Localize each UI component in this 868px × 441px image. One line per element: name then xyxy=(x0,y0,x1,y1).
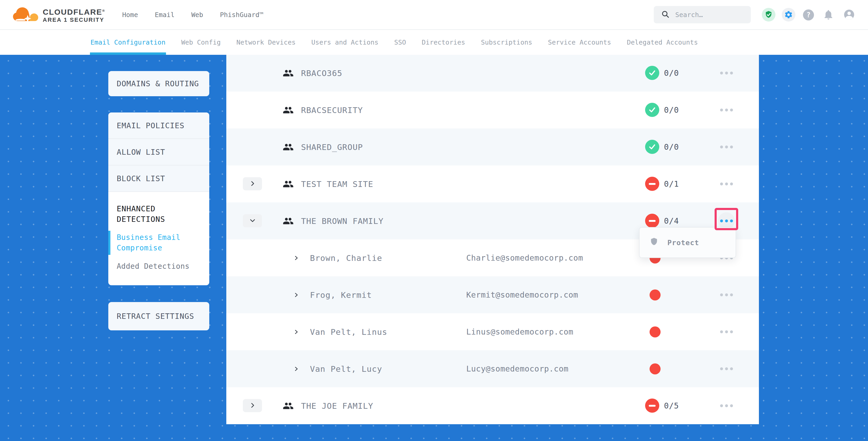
minus-icon xyxy=(649,220,656,222)
chevron-right-icon xyxy=(249,180,256,188)
group-name: RBACSECURITY xyxy=(301,92,363,128)
tab-subscriptions[interactable]: Subscriptions xyxy=(481,30,532,55)
protected-count: 0/5 xyxy=(664,387,679,424)
status-ok-badge xyxy=(645,140,659,154)
brand-name: CLOUDFLARE® xyxy=(43,6,105,17)
status-alert-dot xyxy=(650,289,660,301)
tab-service-accounts[interactable]: Service Accounts xyxy=(548,30,611,55)
table-row-van-pelt-lucy[interactable]: Van Pelt, LucyLucy@somedemocorp.com xyxy=(226,350,759,387)
help-glyph: ? xyxy=(806,11,811,19)
table-row-rbaco365[interactable]: RBACO3650/0 xyxy=(226,55,759,92)
chevron-right-icon xyxy=(293,240,299,276)
row-menu-button[interactable] xyxy=(718,176,735,192)
sidebar-item-label: RETRACT SETTINGS xyxy=(117,312,194,321)
group-name: RBACO365 xyxy=(301,55,342,92)
page: CLOUDFLARE® AREA 1 SECURITY HomeEmailWeb… xyxy=(0,0,868,441)
search-box[interactable]: Search… xyxy=(654,6,751,23)
sidebar-item-allow-list[interactable]: ALLOW LIST xyxy=(108,139,209,165)
chevron-right-icon xyxy=(249,402,256,410)
user-email: Linus@somedemocorp.com xyxy=(466,313,573,350)
tab-email-configuration[interactable]: Email Configuration xyxy=(90,30,165,55)
shield-check-icon[interactable] xyxy=(762,8,775,22)
sidebar-subitem-business-email-compromise[interactable]: Business Email Compromise xyxy=(117,232,199,253)
notifications-bell-icon[interactable] xyxy=(822,8,835,21)
tab-delegated-accounts[interactable]: Delegated Accounts xyxy=(627,30,698,55)
group-icon xyxy=(283,128,294,165)
tab-directories[interactable]: Directories xyxy=(422,30,465,55)
protected-count: 0/0 xyxy=(664,92,679,128)
chevron-right-icon xyxy=(293,313,299,350)
group-icon xyxy=(283,202,294,240)
search-placeholder: Search… xyxy=(675,11,703,19)
group-icon xyxy=(283,165,294,202)
sidebar-item-block-list[interactable]: BLOCK LIST xyxy=(108,165,209,192)
group-name: THE JOE FAMILY xyxy=(301,387,373,424)
status-alert-badge xyxy=(645,399,659,413)
protected-count: 0/0 xyxy=(664,128,679,165)
minus-icon xyxy=(649,405,656,407)
row-menu-button[interactable] xyxy=(718,138,735,155)
table-row-van-pelt-linus[interactable]: Van Pelt, LinusLinus@somedemocorp.com xyxy=(226,313,759,350)
top-nav: HomeEmailWebPhishGuard™ xyxy=(122,0,263,29)
sidebar-item-domains-routing[interactable]: DOMAINS & ROUTING xyxy=(108,71,209,96)
row-menu-button[interactable] xyxy=(718,286,735,303)
user-email: Kermit@somedemocorp.com xyxy=(466,276,578,313)
row-menu-button[interactable] xyxy=(718,397,735,414)
tab-sso[interactable]: SSO xyxy=(394,30,406,55)
table-row-test-team-site[interactable]: TEST TEAM SITE0/1 xyxy=(226,165,759,202)
cloudflare-logo: CLOUDFLARE® AREA 1 SECURITY xyxy=(11,2,105,29)
settings-gear-icon[interactable] xyxy=(782,8,795,22)
user-name: Van Pelt, Linus xyxy=(310,313,387,350)
user-name: Van Pelt, Lucy xyxy=(310,350,382,387)
row-menu-button[interactable] xyxy=(718,101,735,118)
group-icon xyxy=(283,92,294,128)
sidebar-item-email-policies[interactable]: EMAIL POLICIES xyxy=(108,113,209,139)
highlight-annotation xyxy=(715,208,738,230)
sidebar-item-label: BLOCK LIST xyxy=(117,174,165,183)
status-alert-badge xyxy=(645,177,659,191)
table-row-the-joe-family[interactable]: THE JOE FAMILY0/5 xyxy=(226,387,759,424)
row-menu-button[interactable] xyxy=(718,360,735,377)
collapse-button[interactable] xyxy=(243,214,262,227)
status-ok-badge xyxy=(645,103,659,117)
chevron-right-icon xyxy=(293,276,299,313)
status-alert-badge xyxy=(645,214,659,228)
group-name: TEST TEAM SITE xyxy=(301,165,373,202)
top-nav-item-web[interactable]: Web xyxy=(191,11,203,19)
context-menu-item-protect[interactable]: Protect xyxy=(640,228,736,257)
sidebar-policies-card: EMAIL POLICIESALLOW LISTBLOCK LIST ENHAN… xyxy=(108,113,209,285)
row-menu-button[interactable] xyxy=(718,323,735,340)
cloudflare-cloud-icon xyxy=(11,2,41,29)
group-name: THE BROWN FAMILY xyxy=(301,202,384,240)
top-nav-item-phishguard[interactable]: PhishGuard™ xyxy=(220,11,264,19)
user-name: Frog, Kermit xyxy=(310,276,372,313)
sidebar-item-retract-settings[interactable]: RETRACT SETTINGS xyxy=(108,302,209,330)
tab-web-config[interactable]: Web Config xyxy=(181,30,221,55)
minus-icon xyxy=(649,183,656,185)
row-menu-button[interactable] xyxy=(718,64,735,81)
top-nav-item-home[interactable]: Home xyxy=(122,11,138,19)
table-row-shared-group[interactable]: SHARED_GROUP0/0 xyxy=(226,128,759,165)
group-name: SHARED_GROUP xyxy=(301,128,363,165)
status-ok-badge xyxy=(645,66,659,80)
group-icon xyxy=(283,55,294,92)
context-menu: Protect xyxy=(639,227,736,258)
help-icon[interactable]: ? xyxy=(803,9,814,21)
enhanced-detections-title[interactable]: ENHANCED DETECTIONS xyxy=(117,203,195,224)
sidebar-item-label: EMAIL POLICIES xyxy=(117,121,184,130)
tab-network-devices[interactable]: Network Devices xyxy=(237,30,296,55)
sidebar-subitem-added-detections[interactable]: Added Detections xyxy=(117,261,199,272)
shield-icon xyxy=(650,237,658,248)
top-nav-item-email[interactable]: Email xyxy=(155,11,175,19)
expand-button[interactable] xyxy=(243,177,262,190)
search-icon xyxy=(661,10,670,20)
sidebar-item-label: DOMAINS & ROUTING xyxy=(117,79,199,88)
status-alert-dot xyxy=(650,326,660,338)
expand-button[interactable] xyxy=(243,399,262,412)
table-row-rbacsecurity[interactable]: RBACSECURITY0/0 xyxy=(226,92,759,128)
tab-users-and-actions[interactable]: Users and Actions xyxy=(311,30,378,55)
enhanced-detections-subitems: Business Email CompromiseAdded Detection… xyxy=(117,232,201,272)
table-row-frog-kermit[interactable]: Frog, KermitKermit@somedemocorp.com xyxy=(226,276,759,313)
user-email: Charlie@somedemocorp.com xyxy=(466,240,583,276)
account-icon[interactable] xyxy=(843,8,856,21)
